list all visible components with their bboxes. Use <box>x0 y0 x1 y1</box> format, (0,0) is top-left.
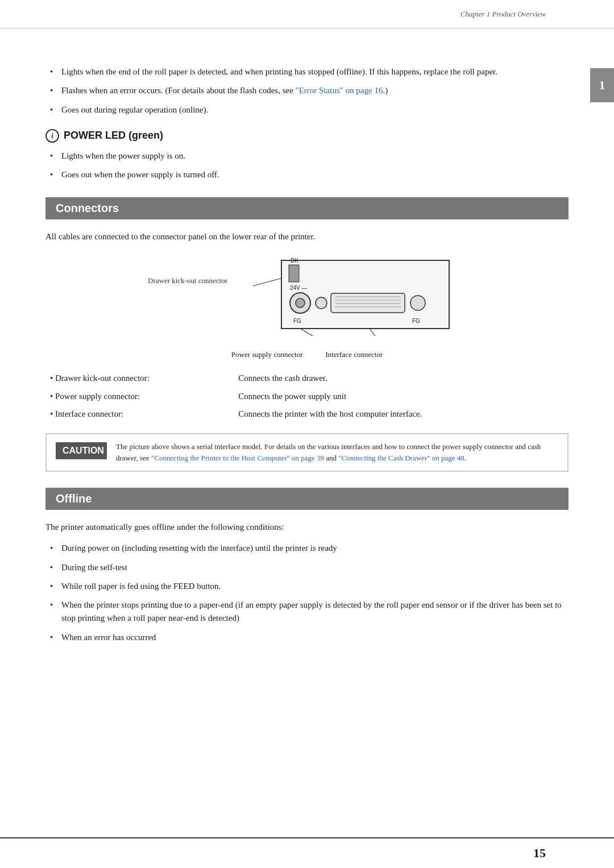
svg-rect-2 <box>289 265 299 282</box>
power-led-bullet-1: Lights when the power supply is on. <box>61 151 185 160</box>
offline-heading: Offline <box>45 488 569 510</box>
offline-bullet-list: During power on (including resetting wit… <box>45 542 569 644</box>
list-item: During power on (including resetting wit… <box>45 542 569 555</box>
bullet-text-3: Goes out during regular operation (onlin… <box>61 105 208 114</box>
bullet-text-2b: .) <box>383 86 388 95</box>
caution-text-after: . <box>464 454 466 462</box>
power-led-title: POWER LED (green) <box>64 130 163 142</box>
list-item: Flashes when an error occurs. (For detai… <box>45 84 569 97</box>
intro-bullet-list: Lights when the end of the roll paper is… <box>45 65 569 117</box>
caution-link-1[interactable]: "Connecting the Printer to the Host Comp… <box>151 454 324 462</box>
list-item: Goes out when the power supply is turned… <box>45 168 569 181</box>
table-row: • Drawer kick-out connector: Connects th… <box>45 369 569 387</box>
connector-value-2: Connects the power supply unit <box>234 388 569 405</box>
interface-connector-label: Interface connector <box>325 350 383 359</box>
connector-diagram: Drawer kick-out connector DK 24V — <box>148 255 466 346</box>
connector-value-3: Connects the printer with the host compu… <box>234 405 569 423</box>
connectors-heading: Connectors <box>45 197 569 219</box>
power-led-bullet-2: Goes out when the power supply is turned… <box>61 170 219 179</box>
page-footer: 15 <box>0 837 614 868</box>
chapter-tab: 1 <box>590 68 614 102</box>
main-content: Lights when the end of the roll paper is… <box>45 65 569 644</box>
svg-point-6 <box>296 298 305 308</box>
table-row: • Power supply connector: Connects the p… <box>45 388 569 405</box>
caution-link-2[interactable]: "Connecting the Cash Drawer" on page 48 <box>338 454 464 462</box>
list-item: Lights when the end of the roll paper is… <box>45 65 569 78</box>
connector-value-1: Connects the cash drawer. <box>234 369 569 387</box>
page-number: 15 <box>533 846 546 861</box>
offline-bullet-1: During power on (including resetting wit… <box>61 543 337 553</box>
list-item: When the printer stops printing due to a… <box>45 599 569 625</box>
offline-bullet-3: While roll paper is fed using the FEED b… <box>61 582 221 591</box>
svg-text:DK: DK <box>291 258 298 264</box>
chapter-header-text: Chapter 1 Product Overview <box>460 10 546 19</box>
page: Chapter 1 Product Overview 1 Lights when… <box>0 0 614 868</box>
svg-text:FG: FG <box>293 318 301 324</box>
svg-line-17 <box>370 329 375 336</box>
svg-line-16 <box>300 329 313 336</box>
connectors-intro: All cables are connected to the connecto… <box>45 230 569 243</box>
list-item: Lights when the power supply is on. <box>45 149 569 163</box>
page-header: Chapter 1 Product Overview <box>0 0 614 28</box>
connector-diagram-svg: DK 24V — FG <box>148 255 466 343</box>
offline-bullet-2: During the self-test <box>61 563 127 572</box>
connector-label-3: • Interface connector: <box>45 405 234 423</box>
caution-box: CAUTION The picture above shows a serial… <box>45 433 569 472</box>
svg-text:24V —: 24V — <box>290 285 308 291</box>
diagram-bottom-labels: Power supply connector Interface connect… <box>231 350 383 359</box>
list-item: Goes out during regular operation (onlin… <box>45 103 569 117</box>
caution-label: CAUTION <box>56 442 107 459</box>
table-row: • Interface connector: Connects the prin… <box>45 405 569 423</box>
list-item: During the self-test <box>45 561 569 574</box>
power-supply-connector-label: Power supply connector <box>231 350 303 359</box>
svg-point-14 <box>410 296 425 310</box>
offline-bullet-4: When the printer stops printing due to a… <box>61 600 562 622</box>
connector-table: • Drawer kick-out connector: Connects th… <box>45 369 569 423</box>
caution-mid: and <box>324 454 338 462</box>
power-led-heading: i POWER LED (green) <box>45 129 569 143</box>
svg-text:FG: FG <box>412 318 420 324</box>
offline-bullet-5: When an error has occurred <box>61 633 156 642</box>
bullet-text-1: Lights when the end of the roll paper is… <box>61 67 497 76</box>
svg-point-7 <box>316 297 327 309</box>
svg-rect-8 <box>331 293 405 313</box>
offline-intro: The printer automatically goes offline u… <box>45 520 569 534</box>
bullet-text-2a: Flashes when an error occurs. (For detai… <box>61 86 296 95</box>
connector-label-1: • Drawer kick-out connector: <box>45 369 234 387</box>
connector-label-2: • Power supply connector: <box>45 388 234 405</box>
power-led-bullet-list: Lights when the power supply is on. Goes… <box>45 149 569 182</box>
error-status-link[interactable]: "Error Status" on page 16 <box>296 86 383 95</box>
caution-text: The picture above shows a serial interfa… <box>116 441 558 464</box>
list-item: When an error has occurred <box>45 631 569 644</box>
info-icon: i <box>45 129 59 143</box>
connector-diagram-area: Drawer kick-out connector DK 24V — <box>45 255 569 359</box>
list-item: While roll paper is fed using the FEED b… <box>45 580 569 593</box>
